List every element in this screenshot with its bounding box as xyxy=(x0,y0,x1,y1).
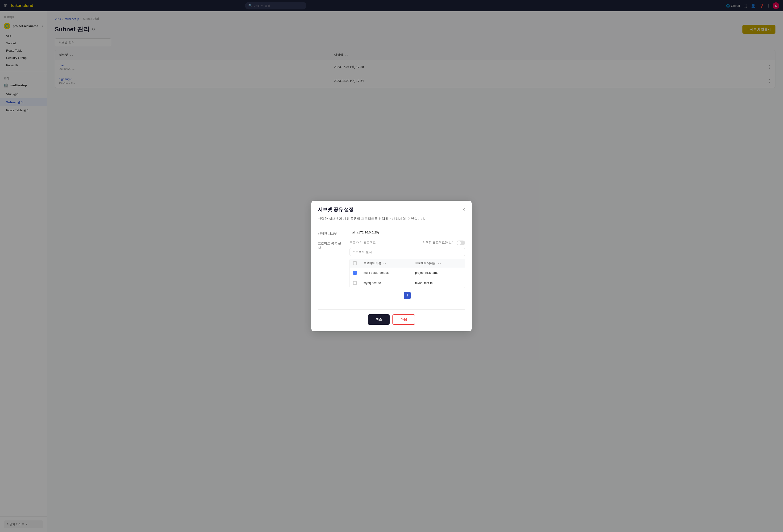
cancel-button[interactable]: 취소 xyxy=(368,314,389,325)
project-table: 프로젝트 이름 ▲▼ 프로젝트 닉네임 ▲▼ xyxy=(350,259,465,288)
selected-subnet-label: 선택된 서브넷 xyxy=(318,231,344,236)
project-checkbox-1[interactable]: ✓ xyxy=(353,271,357,275)
project-nickname-1: project-nickname xyxy=(412,268,465,278)
modal-footer: 취소 다음 xyxy=(311,310,472,331)
modal-description: 선택한 서브넷에 대해 공유할 프로젝트를 선택하거나 해제할 수 있습니다. xyxy=(311,217,472,225)
toggle-switch[interactable] xyxy=(457,241,465,245)
project-row-2: mysql-test-fe mysql-test-fe xyxy=(350,278,465,288)
share-target-label: 공유 대상 프로젝트 xyxy=(349,241,376,245)
col-project-name: 프로젝트 이름 ▲▼ xyxy=(360,259,412,268)
modal-overlay[interactable]: 서브넷 공유 설정 × 선택한 서브넷에 대해 공유할 프로젝트를 선택하거나 … xyxy=(0,0,783,532)
project-name-2: mysql-test-fe xyxy=(360,278,412,288)
modal-title: 서브넷 공유 설정 xyxy=(318,206,353,213)
selected-subnet-value: main (172.16.0.0/20) xyxy=(349,231,379,234)
project-nickname-2: mysql-test-fe xyxy=(412,278,465,288)
modal-section-header: 공유 대상 프로젝트 선택된 프로젝트만 보기 xyxy=(349,241,465,245)
show-selected-label: 선택된 프로젝트만 보기 xyxy=(422,241,455,245)
project-share-content: 공유 대상 프로젝트 선택된 프로젝트만 보기 xyxy=(349,241,465,300)
show-selected-toggle[interactable]: 선택된 프로젝트만 보기 xyxy=(422,241,465,245)
modal-header: 서브넷 공유 설정 × xyxy=(311,201,472,217)
next-button[interactable]: 다음 xyxy=(393,314,415,325)
project-name-1: multi-setup-default xyxy=(360,268,412,278)
project-table-wrap: 프로젝트 이름 ▲▼ 프로젝트 닉네임 ▲▼ xyxy=(349,259,465,288)
modal-selected-subnet-field: 선택된 서브넷 main (172.16.0.0/20) xyxy=(318,231,465,236)
col-project-nickname: 프로젝트 닉네임 ▲▼ xyxy=(412,259,465,268)
project-row-1: ✓ multi-setup-default project-nickname xyxy=(350,268,465,278)
page-button-1[interactable]: 1 xyxy=(404,292,411,299)
modal-body: 선택된 서브넷 main (172.16.0.0/20) 프로젝트 공유 설정 … xyxy=(311,226,472,309)
project-filter-input[interactable] xyxy=(349,248,465,256)
pagination: 1 xyxy=(349,288,465,300)
project-share-label: 프로젝트 공유 설정 xyxy=(318,241,344,250)
modal-close-button[interactable]: × xyxy=(462,207,465,212)
select-all-checkbox[interactable] xyxy=(353,261,357,265)
modal-project-share-field: 프로젝트 공유 설정 공유 대상 프로젝트 선택된 프로젝트만 보기 xyxy=(318,241,465,300)
sort-project-name-icon[interactable]: ▲▼ xyxy=(383,263,387,264)
sort-project-nickname-icon[interactable]: ▲▼ xyxy=(437,263,441,264)
project-checkbox-2[interactable] xyxy=(353,281,357,285)
modal: 서브넷 공유 설정 × 선택한 서브넷에 대해 공유할 프로젝트를 선택하거나 … xyxy=(311,201,472,331)
